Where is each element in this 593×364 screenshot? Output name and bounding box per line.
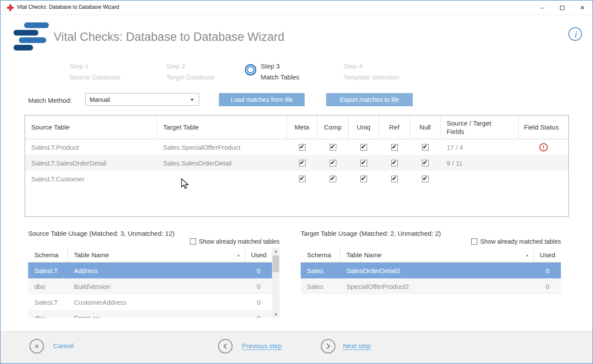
list-item[interactable]: dbo ErrorLog 0 — [28, 310, 280, 318]
cancel-link[interactable]: Cancel — [53, 342, 74, 350]
step-3: Step 3 Match Tables — [261, 62, 299, 81]
match-method-select[interactable]: Manual — [85, 93, 199, 106]
sort-asc-icon: ▲ — [525, 253, 529, 257]
error-icon: ! — [539, 143, 548, 151]
schema-cell: SalesLT — [28, 299, 68, 306]
info-icon[interactable]: i — [568, 27, 582, 41]
source-usage-table: Schema Table Name ▲ Used SalesLT Address… — [28, 248, 280, 318]
used-cell: 0 — [245, 283, 272, 290]
step-3-label: Match Tables — [261, 73, 299, 81]
uniq-checkbox[interactable] — [360, 176, 367, 182]
cancel-x-icon: ✕ — [34, 343, 40, 350]
col-schema[interactable]: Schema — [301, 248, 340, 262]
match-method-label: Match Method: — [28, 97, 72, 104]
step-1-label: Source Database — [69, 73, 120, 81]
target-table-cell: Sales.SpecialOfferProduct — [157, 144, 287, 151]
null-checkbox[interactable] — [422, 176, 429, 182]
schema-cell: Sales — [301, 283, 340, 290]
schema-cell: SalesLT — [28, 267, 68, 274]
show-matched-checkbox[interactable] — [190, 238, 196, 245]
show-matched-checkbox[interactable] — [471, 238, 477, 245]
col-used[interactable]: Used — [245, 248, 272, 262]
match-table-header: Source Table Target Table Meta Comp Uniq… — [25, 115, 568, 139]
step-4: Step 4 Template Selection — [343, 62, 399, 81]
meta-checkbox[interactable] — [299, 160, 306, 166]
col-source-target-fields: Source / Target Fields — [440, 115, 519, 139]
table-row[interactable]: SalesLT.Product Sales.SpecialOfferProduc… — [25, 139, 568, 155]
list-item[interactable]: dbo BuildVersion 0 — [28, 278, 280, 294]
col-schema[interactable]: Schema — [28, 248, 68, 262]
window-controls: – ✕ — [532, 0, 593, 15]
col-field-status: Field Status — [519, 115, 568, 139]
scrollbar-thumb[interactable] — [273, 256, 279, 272]
list-item[interactable]: SalesLT Address 0 — [28, 263, 280, 278]
vertical-scrollbar[interactable]: ▲ ▼ — [272, 248, 280, 318]
chevron-right-icon — [324, 343, 330, 349]
null-checkbox[interactable] — [422, 160, 429, 166]
maximize-icon — [560, 6, 564, 10]
cancel-button[interactable]: ✕ — [29, 339, 44, 353]
load-matches-button[interactable]: Load matches from file — [219, 93, 305, 106]
current-step-icon — [245, 64, 256, 76]
list-item[interactable]: Sales SpecialOfferProduct2 0 — [301, 278, 561, 294]
schema-cell: Sales — [301, 267, 340, 274]
target-usage-title: Target Table Usage (Matched: 2, Unmatche… — [301, 230, 441, 237]
step-2-number: Step 2 — [166, 62, 215, 70]
titlebar: Vital Checks: Database to Database Wizar… — [0, 0, 593, 15]
source-table-cell: SalesLT.Customer — [25, 175, 157, 183]
col-null: Null — [410, 115, 440, 139]
step-4-label: Template Selection — [343, 73, 399, 81]
meta-checkbox[interactable] — [299, 176, 306, 182]
col-ref: Ref — [379, 115, 410, 139]
step-4-number: Step 4 — [343, 62, 399, 70]
footer: ✕ Cancel Previous step Next step — [0, 331, 593, 364]
chevron-down-icon — [190, 99, 194, 101]
null-checkbox[interactable] — [422, 144, 429, 151]
meta-checkbox[interactable] — [299, 144, 306, 151]
list-item[interactable]: SalesLT CustomerAddress 0 — [28, 294, 280, 310]
next-step-button[interactable] — [321, 339, 335, 353]
table-row[interactable]: SalesLT.SalesOrderDetail Sales.SalesOrde… — [25, 155, 568, 171]
uniq-checkbox[interactable] — [360, 144, 367, 151]
comp-checkbox[interactable] — [330, 144, 336, 151]
table-name-cell: Address — [68, 267, 245, 274]
col-comp: Comp — [317, 115, 349, 139]
titlebar-title: Vital Checks: Database to Database Wizar… — [17, 4, 119, 10]
ref-checkbox[interactable] — [391, 144, 398, 151]
fields-count-cell: 9 / 11 — [440, 159, 519, 167]
list-item[interactable]: Sales SalesOrderDetail2 0 — [301, 263, 561, 278]
ref-checkbox[interactable] — [391, 176, 398, 182]
chevron-left-icon — [223, 343, 229, 349]
col-source-table: Source Table — [25, 115, 157, 139]
previous-step-button[interactable] — [218, 339, 233, 353]
minimize-button[interactable]: – — [532, 0, 552, 15]
maximize-button[interactable] — [552, 0, 572, 15]
target-usage-panel: Target Table Usage (Matched: 2, Unmatche… — [301, 230, 561, 320]
scroll-down-icon[interactable]: ▼ — [272, 311, 280, 318]
table-row[interactable]: SalesLT.Customer — [25, 171, 568, 187]
col-table-name[interactable]: Table Name ▲ — [68, 248, 245, 262]
step-1-number: Step 1 — [69, 62, 120, 70]
next-step-link[interactable]: Next step — [343, 342, 371, 350]
source-usage-title: Source Table Usage (Matched: 3, Unmatche… — [28, 230, 175, 237]
scroll-up-icon[interactable]: ▲ — [272, 248, 280, 255]
source-table-cell: SalesLT.SalesOrderDetail — [25, 159, 157, 167]
schema-cell: dbo — [28, 314, 68, 318]
step-3-number: Step 3 — [261, 62, 299, 70]
export-matches-button[interactable]: Export matches to file — [326, 93, 413, 106]
uniq-checkbox[interactable] — [360, 160, 367, 166]
ref-checkbox[interactable] — [391, 160, 398, 166]
app-logo — [14, 22, 50, 51]
used-cell: 0 — [245, 314, 272, 318]
fields-count-cell: 17 / 4 — [440, 144, 519, 151]
previous-step-link[interactable]: Previous step — [242, 342, 282, 350]
comp-checkbox[interactable] — [330, 160, 336, 166]
col-table-name[interactable]: Table Name ▲ — [340, 248, 534, 262]
target-usage-table: Schema Table Name ▲ Used Sales SalesOrde… — [301, 248, 561, 294]
match-method-value: Manual — [90, 96, 110, 103]
comp-checkbox[interactable] — [330, 176, 336, 182]
close-button[interactable]: ✕ — [572, 0, 593, 15]
table-name-cell: SpecialOfferProduct2 — [340, 283, 534, 290]
step-2: Step 2 Target Database — [166, 62, 215, 81]
col-used[interactable]: Used — [534, 248, 561, 262]
